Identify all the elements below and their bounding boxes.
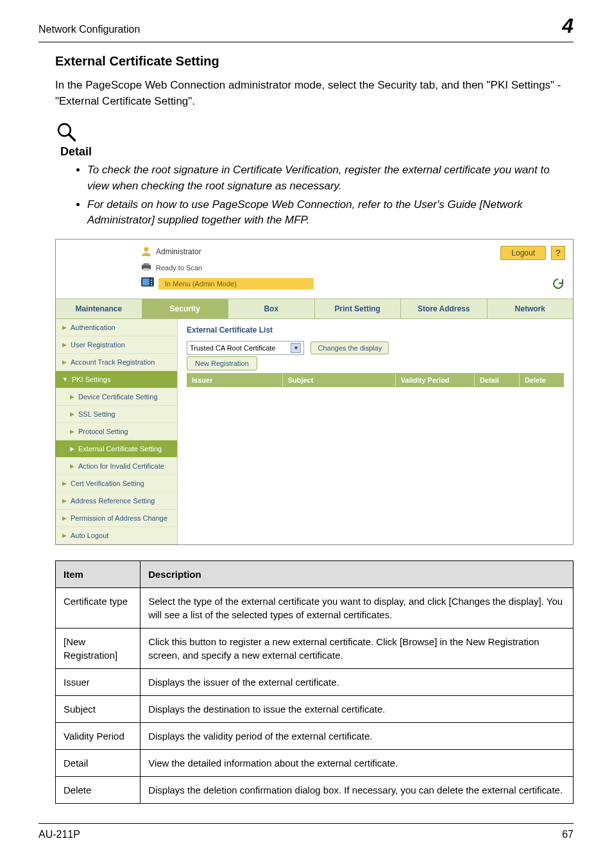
sidebar-item-account-track[interactable]: ▶Account Track Registration xyxy=(56,354,177,371)
embedded-screenshot: Administrator Logout ? Ready to Scan In … xyxy=(55,239,574,545)
intro-paragraph: In the PageScope Web Connection administ… xyxy=(55,78,574,109)
col-validity: Validity Period xyxy=(396,373,475,387)
page-footer: AU-211P 67 xyxy=(38,823,574,840)
tab-network[interactable]: Network xyxy=(488,299,574,318)
help-button[interactable]: ? xyxy=(551,246,565,260)
col-issuer: Issuer xyxy=(187,373,283,387)
table-header-row: Item Description xyxy=(56,560,574,587)
section-heading: External Certificate Setting xyxy=(55,54,574,69)
detail-list: To check the root signature in Certifica… xyxy=(87,162,574,229)
detail-block: Detail To check the root signature in Ce… xyxy=(55,121,574,229)
svg-point-9 xyxy=(151,282,152,283)
sidebar-item-auto-logout[interactable]: ▶Auto Logout xyxy=(56,527,177,544)
sidebar-item-invalid-cert[interactable]: ▶Action for Invalid Certificate xyxy=(56,458,177,475)
table-row: SubjectDisplays the destination to issue… xyxy=(56,695,574,722)
col-subject: Subject xyxy=(283,373,396,387)
changes-display-button[interactable]: Changes the display xyxy=(310,342,389,354)
svg-point-2 xyxy=(144,247,148,252)
tab-print[interactable]: Print Setting xyxy=(315,299,402,318)
ss-menu-row: In Menu (Admin Mode) xyxy=(56,277,573,297)
panel-icon xyxy=(140,277,158,291)
ss-body: ▶Authentication ▶User Registration ▶Acco… xyxy=(56,318,573,544)
ss-topbar: Administrator Logout ? xyxy=(56,239,573,263)
main-title: External Certificate List xyxy=(187,326,564,334)
detail-item: For details on how to use PageScope Web … xyxy=(87,197,574,229)
sidebar-item-authentication[interactable]: ▶Authentication xyxy=(56,319,177,336)
svg-point-8 xyxy=(151,279,152,281)
svg-rect-4 xyxy=(144,263,149,266)
ss-tabs: Maintenance Security Box Print Setting S… xyxy=(56,299,573,318)
new-registration-button[interactable]: New Registration xyxy=(187,356,257,370)
th-item: Item xyxy=(56,560,140,587)
sidebar-item-external-cert[interactable]: ▶External Certificate Setting xyxy=(56,440,177,458)
sidebar-item-device-cert[interactable]: ▶Device Certificate Setting xyxy=(56,388,177,406)
ss-sidebar: ▶Authentication ▶User Registration ▶Acco… xyxy=(56,319,178,544)
tab-security[interactable]: Security xyxy=(142,299,229,318)
table-row: [New Registration]Click this button to r… xyxy=(56,628,574,668)
cert-table-header: Issuer Subject Validity Period Detail De… xyxy=(187,373,564,387)
th-description: Description xyxy=(140,560,574,587)
svg-rect-5 xyxy=(144,268,149,271)
tab-store[interactable]: Store Address xyxy=(401,299,488,318)
ss-main: External Certificate List Trusted CA Roo… xyxy=(178,319,573,544)
running-head-left: Network Configuration xyxy=(38,24,140,35)
footer-left: AU-211P xyxy=(38,829,80,840)
tab-maintenance[interactable]: Maintenance xyxy=(56,299,142,318)
col-delete: Delete xyxy=(520,373,564,387)
certificate-type-select[interactable]: Trusted CA Root Certificate ▾ xyxy=(187,341,304,355)
menu-mode-label: In Menu (Admin Mode) xyxy=(158,278,314,290)
description-table: Item Description Certificate typeSelect … xyxy=(55,560,574,804)
table-row: Validity PeriodDisplays the validity per… xyxy=(56,722,574,749)
printer-icon xyxy=(140,263,156,273)
administrator-label: Administrator xyxy=(140,246,201,258)
svg-point-10 xyxy=(151,284,152,285)
ss-status-row: Ready to Scan xyxy=(56,263,573,277)
col-detail: Detail xyxy=(475,373,520,387)
page-header: Network Configuration 4 xyxy=(38,0,574,42)
sidebar-item-ssl[interactable]: ▶SSL Setting xyxy=(56,406,177,423)
refresh-button[interactable] xyxy=(551,277,565,291)
logout-button[interactable]: Logout xyxy=(500,246,546,260)
chevron-down-icon: ▾ xyxy=(291,343,301,353)
main-controls: Trusted CA Root Certificate ▾ Changes th… xyxy=(187,341,564,355)
footer-page-number: 67 xyxy=(562,829,574,840)
sidebar-item-cert-verification[interactable]: ▶Cert Verification Setting xyxy=(56,475,177,492)
sidebar-item-user-registration[interactable]: ▶User Registration xyxy=(56,336,177,354)
sidebar-item-pki-settings[interactable]: ▼PKI Settings xyxy=(56,371,177,388)
sidebar-item-address-ref[interactable]: ▶Address Reference Setting xyxy=(56,492,177,510)
running-head-number: 4 xyxy=(562,14,574,38)
table-row: Certificate typeSelect the type of the e… xyxy=(56,587,574,628)
magnifier-icon xyxy=(55,134,77,144)
table-row: DetailView the detailed information abou… xyxy=(56,749,574,776)
svg-line-1 xyxy=(69,135,74,141)
table-row: IssuerDisplays the issuer of the externa… xyxy=(56,668,574,695)
detail-label: Detail xyxy=(60,145,574,159)
table-row: DeleteDisplays the deletion confirmation… xyxy=(56,776,574,803)
sidebar-item-permission-address[interactable]: ▶Permission of Address Change xyxy=(56,510,177,527)
svg-rect-7 xyxy=(142,279,149,286)
tab-box[interactable]: Box xyxy=(228,299,315,318)
sidebar-item-protocol[interactable]: ▶Protocol Setting xyxy=(56,423,177,440)
user-icon xyxy=(140,246,152,258)
detail-item: To check the root signature in Certifica… xyxy=(87,162,574,194)
